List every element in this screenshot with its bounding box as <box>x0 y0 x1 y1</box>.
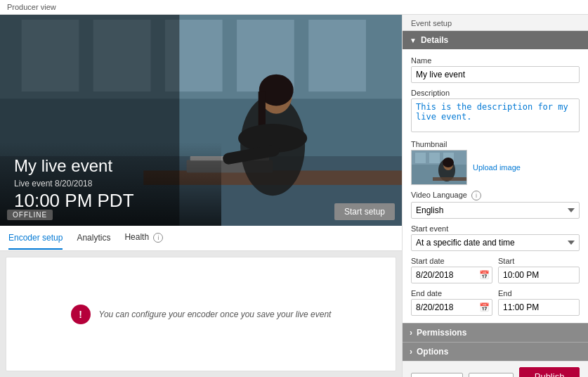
start-event-field-group: Start event At a specific date and time … <box>411 224 580 251</box>
tab-analytics[interactable]: Analytics <box>77 227 110 250</box>
permissions-chevron-icon: › <box>410 328 412 338</box>
save-button[interactable]: Save <box>469 373 514 378</box>
left-panel: My live event Live event 8/20/2018 10:00… <box>0 15 402 377</box>
options-label: Options <box>417 347 448 357</box>
event-time: 10:00 PM PDT <box>14 190 207 212</box>
end-date-label: End date <box>411 289 492 298</box>
video-preview: My live event Live event 8/20/2018 10:00… <box>0 15 402 226</box>
upload-image-link[interactable]: Upload image <box>473 163 521 172</box>
details-label: Details <box>421 35 448 45</box>
start-date-group: Start date 📅 <box>411 257 492 283</box>
svg-point-25 <box>443 158 454 167</box>
options-chevron-icon: › <box>410 347 412 357</box>
video-language-select[interactable]: English Spanish French <box>411 202 580 219</box>
end-time-label: End <box>498 289 580 298</box>
details-chevron-icon: ▼ <box>410 37 417 44</box>
end-time-input[interactable] <box>498 299 580 316</box>
options-section-header[interactable]: › Options <box>403 342 588 361</box>
start-date-time-row: Start date 📅 Start <box>411 257 580 283</box>
publish-now-button[interactable]: Publish now <box>519 367 580 377</box>
svg-rect-6 <box>308 20 366 91</box>
end-date-group: End date 📅 <box>411 289 492 316</box>
video-language-label: Video Language i <box>411 191 580 200</box>
thumbnail-field-group: Thumbnail <box>411 140 580 185</box>
top-bar-text: Producer view <box>7 3 56 11</box>
start-time-input[interactable] <box>498 267 580 283</box>
svg-rect-20 <box>415 153 426 163</box>
end-date-time-row: End date 📅 End <box>411 289 580 316</box>
end-time-group: End <box>498 289 580 316</box>
start-setup-button[interactable]: Start setup <box>334 203 395 220</box>
description-textarea[interactable]: This is the description for my live even… <box>411 98 580 132</box>
encoder-info-icon: ! <box>71 305 91 324</box>
tabs-bar: Encoder setup Analytics Health i <box>0 226 402 251</box>
footer-bar: Cancel Save Publish now <box>403 361 588 377</box>
tab-health[interactable]: Health i <box>124 226 163 250</box>
svg-rect-26 <box>433 177 467 181</box>
start-event-label: Start event <box>411 224 580 233</box>
tab-encoder-setup[interactable]: Encoder setup <box>8 227 63 250</box>
description-label: Description <box>411 89 580 97</box>
end-date-input[interactable] <box>411 299 492 316</box>
encoder-message: You can configure your encoder once you … <box>99 309 332 319</box>
start-date-wrap: 📅 <box>411 267 492 283</box>
encoder-setup-content: ! You can configure your encoder once yo… <box>6 257 396 371</box>
permissions-label: Permissions <box>417 328 466 338</box>
producer-view-label: Producer view <box>0 0 588 15</box>
event-subtitle: Live event 8/20/2018 <box>14 179 207 188</box>
thumbnail-label: Thumbnail <box>411 140 580 148</box>
event-setup-header: Event setup <box>403 15 588 31</box>
offline-badge: OFFLINE <box>7 210 53 220</box>
start-date-label: Start date <box>411 257 492 265</box>
video-language-field-group: Video Language i English Spanish French <box>411 191 580 219</box>
name-label: Name <box>411 56 580 65</box>
thumbnail-image <box>411 150 467 185</box>
permissions-section-header[interactable]: › Permissions <box>403 323 588 342</box>
video-language-info-icon: i <box>471 191 481 200</box>
thumbnail-row: Upload image <box>411 150 580 185</box>
svg-rect-14 <box>259 91 266 127</box>
details-body: Name Description This is the description… <box>403 49 588 323</box>
cancel-button[interactable]: Cancel <box>411 373 463 378</box>
name-input[interactable] <box>411 66 580 83</box>
name-field-group: Name <box>411 56 580 83</box>
details-section-header[interactable]: ▼ Details <box>403 31 588 49</box>
start-date-input[interactable] <box>411 267 492 283</box>
event-title: My live event <box>14 156 207 176</box>
start-time-group: Start <box>498 257 580 283</box>
right-panel: Event setup ▼ Details Name Description T… <box>402 15 588 377</box>
description-field-group: Description This is the description for … <box>411 89 580 134</box>
start-time-label: Start <box>498 257 580 265</box>
health-info-icon: i <box>153 233 163 243</box>
end-date-wrap: 📅 <box>411 299 492 316</box>
svg-rect-21 <box>429 153 440 163</box>
start-event-select[interactable]: At a specific date and time Immediately … <box>411 234 580 251</box>
